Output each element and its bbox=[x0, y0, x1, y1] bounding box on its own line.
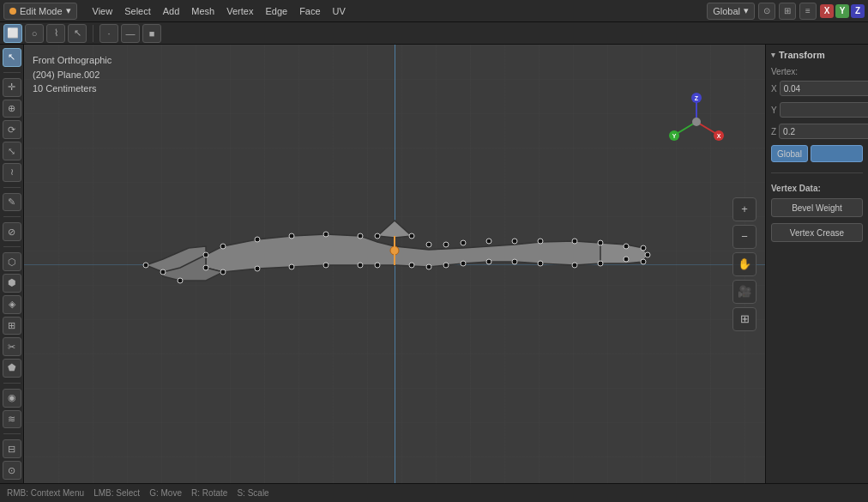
z-field-row: Z bbox=[771, 124, 863, 139]
lt-divider-3 bbox=[3, 216, 21, 217]
menu-view[interactable]: View bbox=[87, 4, 118, 18]
svg-point-39 bbox=[598, 261, 603, 266]
z-input[interactable] bbox=[779, 124, 868, 139]
global-color-indicator bbox=[811, 145, 863, 162]
tool-spin[interactable]: ◉ bbox=[3, 389, 21, 408]
menu-add[interactable]: Add bbox=[158, 4, 185, 18]
tool-select[interactable]: ↖ bbox=[3, 48, 21, 67]
viewport[interactable]: Front Orthographic (204) Plane.002 10 Ce… bbox=[24, 45, 765, 483]
mode-selector[interactable]: Edit Mode ▾ bbox=[3, 3, 77, 20]
tool-smooth[interactable]: ≋ bbox=[3, 410, 21, 429]
svg-point-31 bbox=[409, 263, 414, 268]
svg-point-9 bbox=[255, 237, 260, 242]
transform-label: Transform bbox=[779, 50, 825, 60]
tool-cursor[interactable]: ✛ bbox=[3, 78, 21, 97]
svg-point-40 bbox=[624, 257, 629, 262]
svg-point-18 bbox=[486, 239, 491, 244]
x-constraint-btn[interactable]: X bbox=[820, 4, 834, 18]
3d-model bbox=[137, 195, 652, 349]
y-constraint-btn[interactable]: Y bbox=[835, 4, 849, 18]
svg-text:X: X bbox=[717, 133, 721, 139]
svg-point-15 bbox=[426, 242, 431, 247]
menu-mesh[interactable]: Mesh bbox=[186, 4, 220, 18]
proportional-icon[interactable]: ⊙ bbox=[758, 3, 775, 20]
zoom-minus-btn[interactable]: − bbox=[732, 225, 756, 249]
mesh-select-edge[interactable]: — bbox=[121, 24, 140, 43]
global-row: Global bbox=[771, 145, 863, 162]
select-circle-icon[interactable]: ○ bbox=[25, 24, 44, 43]
tool-scale[interactable]: ⤡ bbox=[3, 142, 21, 160]
options-icon[interactable]: ≡ bbox=[799, 3, 817, 20]
snap-icon[interactable]: ⊞ bbox=[779, 3, 796, 20]
svg-point-43 bbox=[143, 263, 148, 268]
tool-annotate[interactable]: ✎ bbox=[3, 193, 21, 212]
mesh-select-face[interactable]: ■ bbox=[142, 24, 161, 43]
grid-btn[interactable]: ⊞ bbox=[732, 307, 756, 331]
left-toolbar: ↖ ✛ ⊕ ⟳ ⤡ ≀ ✎ ⊘ ⬡ ⬢ ◈ ⊞ ✂ ⬟ ◉ ≋ ⊟ ⊙ bbox=[0, 45, 24, 483]
svg-point-17 bbox=[461, 240, 466, 245]
tool-loop-cut[interactable]: ⊞ bbox=[3, 317, 21, 336]
tool-to-sphere[interactable]: ⊙ bbox=[3, 461, 21, 480]
menu-select[interactable]: Select bbox=[119, 4, 156, 18]
svg-point-41 bbox=[160, 269, 166, 275]
y-input[interactable] bbox=[780, 102, 868, 118]
tool-transform[interactable]: ≀ bbox=[3, 163, 21, 182]
menu-uv[interactable]: UV bbox=[328, 4, 351, 18]
svg-point-27 bbox=[289, 264, 294, 269]
svg-point-20 bbox=[538, 239, 543, 244]
svg-marker-0 bbox=[206, 234, 626, 272]
mode-label: Edit Mode bbox=[20, 6, 63, 16]
bottom-bar: RMB: Context Menu LMB: Select G: Move R:… bbox=[0, 483, 868, 502]
tool-rotate[interactable]: ⟳ bbox=[3, 120, 21, 139]
tool-bevel[interactable]: ◈ bbox=[3, 295, 21, 314]
select-lasso-icon[interactable]: ⌇ bbox=[46, 24, 65, 43]
vertex-crease-btn[interactable]: Vertex Crease bbox=[771, 223, 863, 242]
main-area: ↖ ✛ ⊕ ⟳ ⤡ ≀ ✎ ⊘ ⬡ ⬢ ◈ ⊞ ✂ ⬟ ◉ ≋ ⊟ ⊙ Fron… bbox=[0, 45, 868, 483]
z-constraint-btn[interactable]: Z bbox=[851, 4, 865, 18]
svg-point-36 bbox=[512, 259, 517, 264]
status-text: RMB: Context Menu LMB: Select G: Move R:… bbox=[7, 488, 269, 498]
x-field-row: X bbox=[771, 81, 863, 96]
top-bar: Edit Mode ▾ View Select Add Mesh Vertex … bbox=[0, 0, 868, 22]
global-label: Global bbox=[713, 6, 740, 16]
camera-btn[interactable]: 🎥 bbox=[732, 280, 756, 304]
svg-point-32 bbox=[426, 264, 431, 269]
tool-extrude[interactable]: ⬡ bbox=[3, 252, 21, 271]
vertex-data-label: Vertex Data: bbox=[771, 184, 863, 193]
svg-point-33 bbox=[443, 263, 449, 268]
tool-knife[interactable]: ✂ bbox=[3, 337, 21, 356]
x-input[interactable] bbox=[780, 81, 868, 96]
svg-point-42 bbox=[178, 278, 183, 283]
x-axis-label: X bbox=[771, 84, 777, 94]
mesh-select-vert[interactable]: · bbox=[99, 24, 118, 43]
svg-point-28 bbox=[323, 263, 329, 268]
viewport-overlay: + − ✋ 🎥 ⊞ bbox=[732, 197, 756, 331]
svg-point-12 bbox=[358, 233, 363, 239]
bevel-weight-btn[interactable]: Bevel Weight bbox=[771, 198, 863, 217]
global-button[interactable]: Global bbox=[771, 145, 808, 162]
select-box-icon[interactable]: ⬜ bbox=[3, 24, 22, 43]
svg-point-35 bbox=[486, 259, 491, 264]
tool-polypen[interactable]: ⬟ bbox=[3, 359, 21, 378]
global-selector[interactable]: Global ▾ bbox=[707, 3, 755, 20]
svg-marker-3 bbox=[377, 221, 412, 238]
viewport-gizmo[interactable]: Z X Y bbox=[666, 92, 726, 152]
svg-point-34 bbox=[461, 261, 466, 266]
menu-vertex[interactable]: Vertex bbox=[221, 4, 258, 18]
svg-point-56 bbox=[692, 118, 701, 126]
tweak-icon[interactable]: ↖ bbox=[68, 24, 87, 43]
header-icon-bar: ⬜ ○ ⌇ ↖ · — ■ bbox=[0, 22, 868, 45]
zoom-plus-btn[interactable]: + bbox=[732, 197, 756, 221]
tool-measure[interactable]: ⊘ bbox=[3, 222, 21, 241]
svg-point-22 bbox=[598, 240, 603, 245]
svg-point-30 bbox=[375, 263, 380, 268]
tool-shear[interactable]: ⊟ bbox=[3, 439, 21, 458]
menu-edge[interactable]: Edge bbox=[260, 4, 292, 18]
svg-point-19 bbox=[512, 239, 517, 244]
svg-point-46 bbox=[641, 259, 646, 264]
tool-inset[interactable]: ⬢ bbox=[3, 274, 21, 293]
menu-face[interactable]: Face bbox=[294, 4, 325, 18]
pan-btn[interactable]: ✋ bbox=[732, 252, 756, 276]
tool-move[interactable]: ⊕ bbox=[3, 100, 21, 118]
y-field-row: Y bbox=[771, 102, 863, 118]
